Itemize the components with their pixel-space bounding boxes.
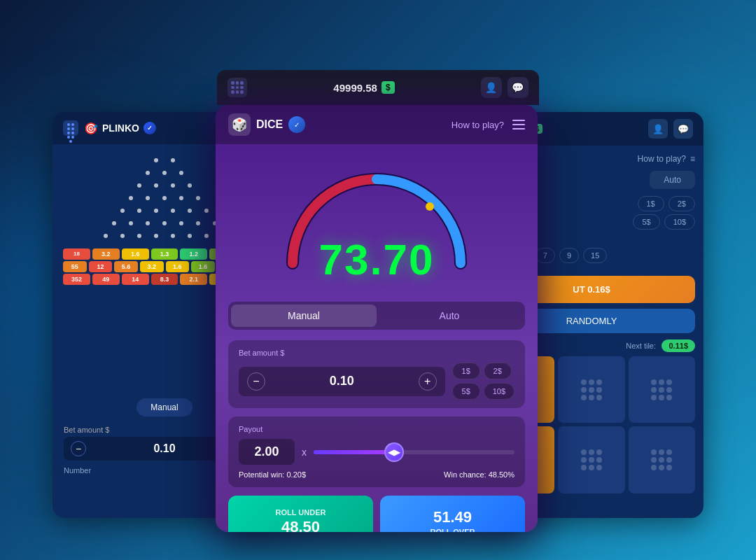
tb-back-icons: 👤 💬 [481, 77, 528, 98]
right-amount-3[interactable]: 5$ [633, 214, 659, 230]
right-header-icons: 👤 💬 [648, 119, 693, 139]
bet-minus-btn[interactable]: − [247, 372, 265, 391]
roll-under-label: ROLL UNDER [276, 508, 326, 517]
tb-back-chat-btn[interactable]: 💬 [507, 77, 528, 98]
roll-under-button[interactable]: ROLL UNDER 48.50 [228, 496, 373, 532]
main-dice-window: 🎲 DICE ✓ How to play? 73.70 Man [216, 105, 538, 532]
right-amount-4[interactable]: 10$ [664, 214, 695, 230]
main-header: 🎲 DICE ✓ How to play? [216, 105, 538, 144]
tb-back-balance: 49999.58 $ [333, 81, 394, 94]
right-next-tile-badge: 0.11$ [662, 340, 695, 352]
quick-2-btn[interactable]: 2$ [484, 363, 512, 379]
potential-win-value: 0.20$ [287, 470, 307, 479]
gauge-container: 73.70 [216, 151, 538, 291]
payout-value: 2.00 [239, 439, 295, 465]
main-header-right: How to play? [451, 120, 525, 130]
bet-label: Bet amount $ [239, 349, 514, 357]
plinko-manual-button[interactable]: Manual [136, 398, 192, 416]
quick-5-btn[interactable]: 5$ [452, 383, 480, 400]
mine-tile-6[interactable] [629, 426, 695, 493]
win-chance-value: 48.50% [489, 470, 514, 479]
payout-section: Payout 2.00 x ◀▶ Potential win: 0.20$ Wi… [228, 416, 525, 487]
plinko-verified-badge: ✓ [144, 122, 156, 134]
gauge-indicator-dot [426, 202, 434, 211]
x-label: x [302, 447, 307, 458]
mode-tabs: Manual Auto [228, 302, 525, 330]
payout-label: Payout [239, 425, 514, 433]
bet-input-box: − 0.10 + [239, 367, 445, 396]
quick-row-2: 5$ 10$ [452, 383, 514, 400]
slider-arrows-icon: ◀▶ [388, 447, 400, 457]
right-amount-2[interactable]: 2$ [668, 196, 695, 211]
tab-auto[interactable]: Auto [377, 304, 522, 327]
verified-badge: ✓ [288, 116, 305, 133]
gauge-value: 73.70 [318, 234, 434, 284]
right-next-tile-text: Next tile: [626, 342, 656, 350]
quick-10-btn[interactable]: 10$ [484, 383, 514, 400]
plinko-bet-minus[interactable]: − [71, 441, 86, 456]
action-buttons: ROLL UNDER 48.50 51.49 ROLL OVER [228, 496, 525, 532]
right-amount-1[interactable]: 1$ [638, 196, 664, 211]
bet-row: − 0.10 + 1$ 2$ 5$ 10$ [239, 363, 514, 400]
plinko-title: 🎯 PLINKO ✓ [84, 122, 156, 135]
how-to-play-label[interactable]: How to play? [451, 120, 504, 130]
win-chance-text: Win chance: 48.50% [444, 470, 514, 479]
mine-tile-2[interactable] [558, 356, 624, 423]
right-auto-button[interactable]: Auto [650, 171, 695, 189]
tb-back-dots[interactable] [227, 78, 247, 97]
mine-tile-3[interactable] [629, 356, 695, 423]
plinko-dots-icon[interactable] [63, 120, 78, 136]
top-bar-back: 49999.58 $ 👤 💬 [217, 70, 539, 105]
slider-thumb[interactable]: ◀▶ [384, 442, 404, 462]
right-mines-7[interactable]: 7 [536, 248, 555, 263]
mine-tile-5[interactable] [558, 426, 624, 493]
payout-slider[interactable]: ◀▶ [314, 442, 514, 463]
tab-manual[interactable]: Manual [231, 304, 377, 327]
plinko-bet-value: 0.10 [93, 442, 236, 455]
tb-back-user-btn[interactable]: 👤 [481, 77, 502, 98]
slider-fill [314, 450, 394, 454]
roll-over-value: 51.49 [433, 508, 472, 526]
roll-under-value: 48.50 [281, 518, 320, 532]
right-hamburger-icon: ≡ [690, 154, 695, 164]
quick-1-btn[interactable]: 1$ [452, 363, 480, 379]
roll-over-button[interactable]: 51.49 ROLL OVER [380, 496, 525, 532]
slider-track: ◀▶ [314, 450, 514, 454]
roll-over-label: ROLL OVER [430, 528, 475, 532]
dice-icon: 🎲 [228, 113, 251, 136]
game-title: DICE [256, 118, 283, 131]
quick-amount-buttons: 1$ 2$ 5$ 10$ [452, 363, 514, 400]
payout-row: 2.00 x ◀▶ [239, 439, 514, 465]
right-randomly-label: RANDOMLY [566, 316, 617, 326]
bet-plus-btn[interactable]: + [419, 372, 437, 391]
right-mines-15[interactable]: 15 [583, 248, 607, 263]
main-header-left: 🎲 DICE ✓ [228, 113, 305, 136]
quick-row-1: 1$ 2$ [452, 363, 514, 379]
right-user-icon-btn[interactable]: 👤 [648, 119, 668, 139]
bet-amount-value: 0.10 [272, 374, 412, 388]
right-mines-9[interactable]: 9 [559, 248, 579, 263]
hamburger-menu-icon[interactable] [512, 120, 525, 130]
tb-back-dollar: $ [382, 81, 395, 94]
right-chat-icon-btn[interactable]: 💬 [673, 119, 693, 139]
payout-info: Potential win: 0.20$ Win chance: 48.50% [239, 470, 514, 479]
bet-section: Bet amount $ − 0.10 + 1$ 2$ 5$ 10$ [228, 340, 525, 408]
right-cash-out-label: UT 0.16$ [573, 284, 610, 295]
potential-win-text: Potential win: 0.20$ [239, 470, 306, 479]
